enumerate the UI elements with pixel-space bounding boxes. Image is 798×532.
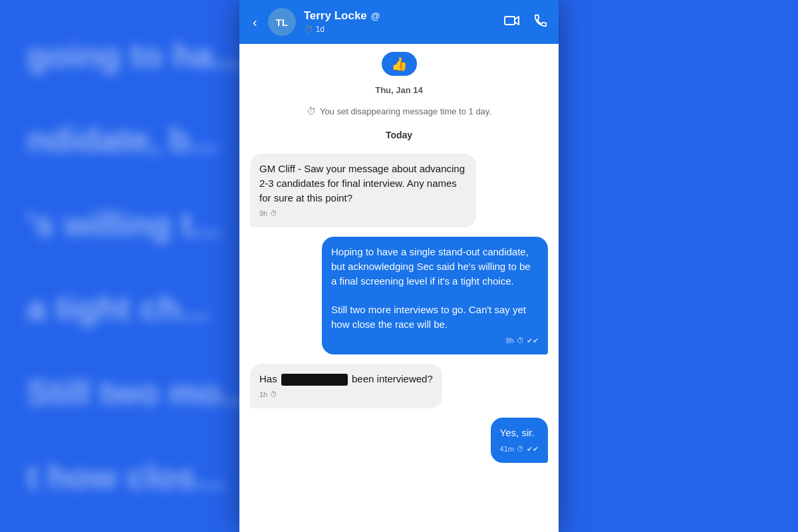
avatar: TL xyxy=(268,8,296,36)
incoming-bubble: GM Cliff - Saw your message about advanc… xyxy=(250,154,476,227)
timer-icon: ⏱ xyxy=(270,209,277,219)
message-row: Has been interviewed? 1h ⏱ xyxy=(239,361,559,412)
double-check-icon: ✔✔ xyxy=(527,444,539,455)
message-text-part2: Still two more interviews to go. Can't s… xyxy=(331,304,526,330)
contact-name: Terry Locke @ xyxy=(304,9,496,23)
thumbs-up-reaction: 👍 xyxy=(382,52,417,76)
timer-icon: ⏱ xyxy=(517,444,524,455)
timer-icon: ⏱ xyxy=(517,336,524,346)
video-call-icon[interactable] xyxy=(504,15,520,30)
redacted-name xyxy=(281,374,348,386)
timer-icon: ⏱ xyxy=(270,390,277,400)
header-actions xyxy=(504,13,548,31)
message-time: 41m xyxy=(500,444,514,455)
message-row: Yes, sir. 41m ⏱ ✔✔ xyxy=(239,415,559,476)
message-text-after: been interviewed? xyxy=(349,373,433,384)
messages-area[interactable]: 👍 Thu, Jan 14 ⏱ You set disappearing mes… xyxy=(239,44,559,532)
message-text-part1: Hoping to have a single stand-out candid… xyxy=(331,246,531,287)
double-check-icon: ✔✔ xyxy=(527,336,539,346)
outgoing-bubble: Yes, sir. 41m ⏱ ✔✔ xyxy=(491,418,548,463)
back-button[interactable]: ‹ xyxy=(250,12,260,33)
message-time: 9h xyxy=(259,209,267,219)
message-row: Hoping to have a single stand-out candid… xyxy=(239,234,559,356)
message-meta: 1h ⏱ xyxy=(259,390,433,400)
header-meta: ⏱ 1d xyxy=(304,24,496,35)
today-label: Today xyxy=(239,130,559,140)
chat-header: ‹ TL Terry Locke @ ⏱ 1d xyxy=(239,0,559,44)
reaction-bar: 👍 xyxy=(239,44,559,80)
message-text: Yes, sir. xyxy=(500,427,535,438)
message-meta: 41m ⏱ ✔✔ xyxy=(500,444,539,455)
chat-window: ‹ TL Terry Locke @ ⏱ 1d xyxy=(239,0,559,532)
phone-call-icon[interactable] xyxy=(533,13,548,31)
system-message: ⏱ You set disappearing message time to 1… xyxy=(239,103,559,127)
message-time: 8h xyxy=(506,336,514,346)
incoming-bubble: Has been interviewed? 1h ⏱ xyxy=(250,364,442,409)
mention-icon: @ xyxy=(371,11,380,21)
clock-icon: ⏱ xyxy=(304,24,313,35)
message-meta: 9h ⏱ xyxy=(259,209,467,219)
message-row: GM Cliff - Saw your message about advanc… xyxy=(239,151,559,230)
message-text: GM Cliff - Saw your message about advanc… xyxy=(259,163,465,203)
message-meta: 8h ⏱ ✔✔ xyxy=(331,336,539,346)
message-text-before: Has xyxy=(259,373,280,384)
header-info: Terry Locke @ ⏱ 1d xyxy=(304,9,496,35)
message-time: 1h xyxy=(259,390,267,400)
svg-rect-0 xyxy=(505,17,515,25)
outgoing-bubble: Hoping to have a single stand-out candid… xyxy=(322,237,548,354)
date-label: Thu, Jan 14 xyxy=(239,85,559,95)
timer-icon: ⏱ xyxy=(307,106,316,116)
